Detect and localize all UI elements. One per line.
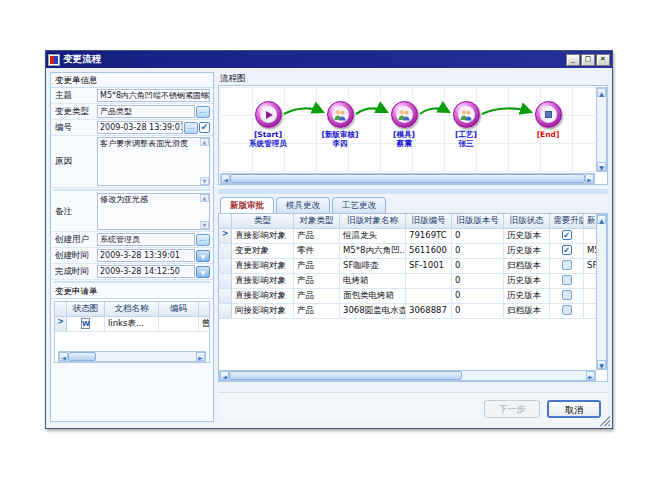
approval-table-view: 类型对象类型旧版对象名称旧版编号旧版版本号旧版状态需要升版新版对象名称 >直接影… [219, 214, 596, 370]
column-header[interactable] [199, 302, 210, 317]
column-header[interactable]: 文档名称 [105, 302, 159, 317]
tab-strip: 新版审批 模具更改 工艺更改 [220, 197, 386, 213]
table-row[interactable]: 直接影响对象产品SF咖啡壶SF-10010归档版本SF咖 [219, 259, 596, 274]
create-time-input[interactable]: 2009-3-28 13:39:01 [97, 249, 195, 262]
table-cell-upgrade: ✔ [550, 244, 584, 259]
ellipsis-button[interactable]: … [196, 106, 210, 118]
vertical-scrollbar[interactable]: ▲ ▼ [596, 214, 607, 370]
reason-textarea[interactable]: 客户要求调整表面光滑度 ▲ ▼ [97, 137, 210, 186]
flow-node-craft[interactable]: [工艺]张三 [436, 101, 496, 148]
remarks-textarea[interactable]: 修改为亚光感 ▲ ▼ [97, 193, 210, 230]
table-cell: 产品 [294, 274, 340, 289]
ellipsis-button[interactable]: … [184, 122, 198, 134]
ellipsis-button[interactable]: … [196, 234, 210, 246]
column-header[interactable]: 编码 [159, 302, 199, 317]
scroll-up-icon[interactable]: ▲ [597, 88, 606, 97]
scroll-right-icon[interactable]: ► [585, 174, 594, 183]
node-label: [Start]系统管理员 [238, 130, 298, 148]
remarks-text: 修改为亚光感 [100, 195, 148, 204]
next-button[interactable]: 下一步 [484, 400, 540, 418]
table-row[interactable]: 直接影响对象产品电烤箱0历史版本 [219, 274, 596, 289]
table-row[interactable]: >直接影响对象产品恒温龙头79169TC0历史版本✔ [219, 229, 596, 244]
status-icon-cell [67, 317, 105, 332]
scroll-down-icon[interactable]: ▼ [597, 360, 606, 369]
table-row[interactable]: 直接影响对象产品面包类电烤箱0历史版本 [219, 289, 596, 304]
table-cell: 0 [452, 289, 504, 304]
row-indicator [219, 304, 232, 319]
close-button[interactable]: ✕ [596, 54, 610, 66]
column-header[interactable]: 旧版状态 [504, 214, 550, 229]
table-row[interactable]: 间接影响对象产品3068圆盖电水壶30688870归档版本 [219, 304, 596, 319]
cancel-button[interactable]: 取消 [547, 400, 601, 418]
reason-text: 客户要求调整表面光滑度 [100, 139, 188, 148]
number-input[interactable]: 2009-03-28 13:39:01 [97, 121, 183, 134]
table-cell-new-name [584, 274, 596, 289]
flow-chart-header: 流程图 [218, 72, 608, 85]
divider [53, 281, 211, 283]
scroll-up-icon[interactable]: ▲ [200, 138, 209, 146]
window-titlebar[interactable]: 变更流程 _ □ ✕ [46, 51, 612, 68]
scrollbar-thumb[interactable] [230, 174, 585, 183]
table-cell-new-name: SF咖 [584, 259, 596, 274]
row-indicator-header [219, 214, 232, 229]
flow-node-mold[interactable]: [模具]蔡震 [374, 101, 434, 148]
column-header[interactable]: 旧版版本号 [452, 214, 504, 229]
column-header[interactable]: 状态图 [67, 302, 105, 317]
upgrade-checkbox[interactable] [562, 305, 572, 315]
upgrade-checkbox[interactable] [562, 290, 572, 300]
maximize-button[interactable]: □ [581, 54, 595, 66]
horizontal-scrollbar[interactable]: ◄ ► [220, 173, 595, 184]
create-user-input[interactable]: 系统管理员 [97, 233, 195, 246]
field-create-user: 创建用户 系统管理员 … [51, 232, 213, 248]
number-checkbox[interactable]: ✔ [199, 122, 210, 133]
finish-time-input[interactable]: 2009-3-28 14:12:50 [97, 265, 195, 278]
upgrade-checkbox[interactable]: ✔ [562, 230, 572, 240]
horizontal-scrollbar[interactable]: ◄ ► [58, 351, 206, 362]
column-header[interactable]: 新版对象名称 [584, 214, 596, 229]
flow-node-start[interactable]: [Start]系统管理员 [238, 101, 298, 148]
scroll-down-icon[interactable]: ▼ [200, 177, 209, 185]
approval-table-body: >直接影响对象产品恒温龙头79169TC0历史版本✔变更对象零件M5*8内六角凹… [219, 229, 596, 319]
change-type-input[interactable]: 产品类型 [97, 105, 195, 118]
scroll-up-icon[interactable]: ▲ [200, 194, 209, 202]
pane-splitter[interactable] [218, 189, 608, 194]
column-header[interactable]: 类型 [232, 214, 294, 229]
tab-craft-change[interactable]: 工艺更改 [332, 197, 386, 213]
horizontal-scrollbar[interactable]: ◄ ► [219, 370, 596, 381]
subject-input[interactable]: M5*8内六角凹端不锈钢紧固螺钉 [97, 89, 210, 102]
tab-new-version-approval[interactable]: 新版审批 [220, 197, 274, 213]
table-cell: 直接影响对象 [232, 229, 294, 244]
desktop: 变更流程 _ □ ✕ 变更单信息 主题 M5*8内六角凹端不锈钢紧固螺钉 变更类… [0, 0, 660, 477]
table-row[interactable]: >links表...普通 [55, 317, 209, 332]
node-label: [模具]蔡震 [374, 130, 434, 148]
dropdown-button[interactable]: ▼ [196, 266, 210, 278]
tab-mold-change[interactable]: 模具更改 [276, 197, 330, 213]
scroll-left-icon[interactable]: ◄ [220, 371, 229, 380]
table-cell: M5*8内六角凹... [340, 244, 406, 259]
flow-node-end[interactable]: [End] [518, 101, 578, 139]
dropdown-button[interactable]: ▼ [196, 250, 210, 262]
table-row[interactable]: 变更对象零件M5*8内六角凹...56116000历史版本✔M5*8 [219, 244, 596, 259]
row-indicator [219, 289, 232, 304]
scroll-up-icon[interactable]: ▲ [597, 215, 606, 224]
flow-chart-canvas[interactable]: [Start]系统管理员 [新版审核]李四 [220, 87, 595, 172]
scroll-left-icon[interactable]: ◄ [221, 174, 230, 183]
minimize-button[interactable]: _ [566, 54, 580, 66]
upgrade-checkbox[interactable] [562, 260, 572, 270]
resize-grip[interactable] [600, 416, 610, 426]
column-header[interactable]: 旧版编号 [406, 214, 452, 229]
scroll-right-icon[interactable]: ► [196, 352, 205, 361]
scroll-down-icon[interactable]: ▼ [200, 221, 209, 229]
column-header[interactable]: 旧版对象名称 [340, 214, 406, 229]
column-header[interactable]: 对象类型 [294, 214, 340, 229]
scrollbar-thumb[interactable] [68, 352, 96, 361]
scroll-left-icon[interactable]: ◄ [59, 352, 68, 361]
scrollbar-thumb[interactable] [229, 371, 462, 380]
upgrade-checkbox[interactable]: ✔ [562, 245, 572, 255]
scroll-right-icon[interactable]: ► [586, 371, 595, 380]
column-header[interactable]: 需要升版 [550, 214, 584, 229]
scroll-down-icon[interactable]: ▼ [597, 162, 606, 171]
vertical-scrollbar[interactable]: ▲ ▼ [596, 87, 607, 172]
flow-node-review[interactable]: [新版审核]李四 [310, 101, 370, 148]
upgrade-checkbox[interactable] [562, 275, 572, 285]
